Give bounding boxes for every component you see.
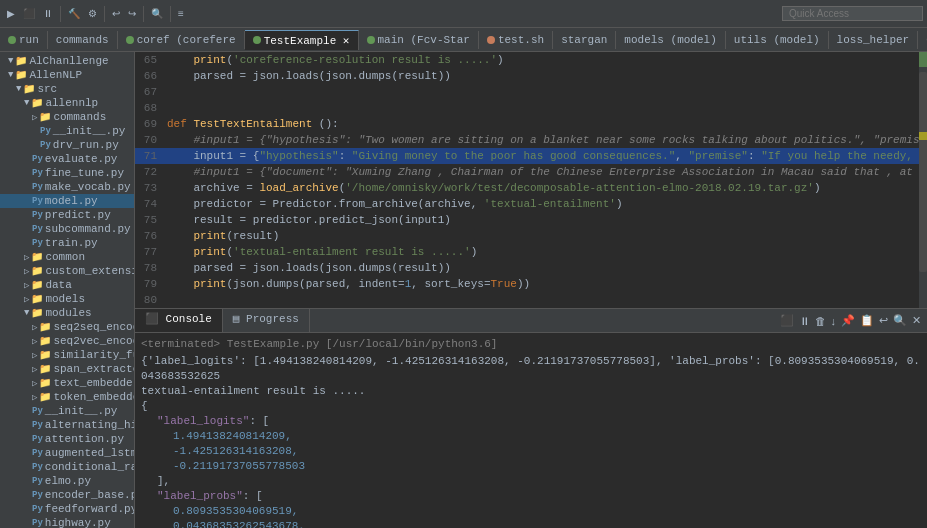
sidebar-item-init2[interactable]: Py __init__.py (0, 404, 134, 418)
sidebar-item-token-embed[interactable]: ▷ 📁 token_embedders (0, 390, 134, 404)
sidebar-item-alt-highway[interactable]: Py alternating_highway_lstm.p (0, 418, 134, 432)
scroll-marker-yellow (919, 132, 927, 140)
code-line-74: 74 predictor = Predictor.from_archive(ar… (135, 196, 919, 212)
arrow-icon: ▷ (32, 364, 37, 375)
line-number-66: 66 (135, 68, 163, 84)
sidebar-label-alchanllenge: AlChanllenge (29, 55, 108, 67)
sidebar-item-init-py[interactable]: Py __init__.py (0, 124, 134, 138)
toolbar-btn-redo[interactable]: ↪ (125, 6, 139, 21)
tab-loss-helper[interactable]: loss_helper (829, 31, 919, 49)
sidebar-item-allennlp[interactable]: ▼ 📁 AllenNLP (0, 68, 134, 82)
sidebar-item-model[interactable]: Py model.py (0, 194, 134, 208)
arrow-icon: ▼ (24, 98, 29, 108)
sidebar-label-allennlp: AllenNLP (29, 69, 82, 81)
sidebar-item-similarity[interactable]: ▷ 📁 similarity_functions (0, 348, 134, 362)
toolbar-btn-undo[interactable]: ↩ (109, 6, 123, 21)
py-icon: Py (32, 210, 43, 220)
panel-btn-pause[interactable]: ⏸ (797, 314, 812, 328)
toolbar-btn-menu[interactable]: ≡ (175, 6, 187, 21)
sidebar-item-seq2vec[interactable]: ▷ 📁 seq2vec_encoders (0, 334, 134, 348)
sidebar-label-seq2seq: seq2seq_encoders (53, 321, 134, 333)
panel-btn-pin[interactable]: 📌 (839, 313, 857, 328)
folder-icon: 📁 (31, 265, 43, 277)
sidebar-item-seq2seq[interactable]: ▷ 📁 seq2seq_encoders (0, 320, 134, 334)
tab-label-run: run (19, 34, 39, 46)
toolbar-btn-build[interactable]: 🔨 (65, 6, 83, 21)
folder-icon: 📁 (39, 111, 51, 123)
arrow-icon: ▷ (32, 350, 37, 361)
arrow-icon: ▼ (24, 308, 29, 318)
panel-tabs: ⬛ Console ▤ Progress ⬛ ⏸ 🗑 ↓ 📌 📋 ↩ 🔍 ✕ (135, 309, 927, 333)
line-number-73: 73 (135, 180, 163, 196)
toolbar-btn-run[interactable]: ▶ (4, 6, 18, 21)
sidebar-item-allennlp-pkg[interactable]: ▼ 📁 allennlp (0, 96, 134, 110)
tab-run[interactable]: run (0, 31, 48, 49)
panel-btn-scroll[interactable]: ↓ (829, 314, 839, 328)
toolbar-btn-search[interactable]: 🔍 (148, 6, 166, 21)
console-output[interactable]: <terminated> TestExample.py [/usr/local/… (135, 333, 927, 528)
tab-commands[interactable]: commands (48, 31, 118, 49)
sidebar-item-attention[interactable]: Py attention.py (0, 432, 134, 446)
panel-btn-clear[interactable]: 🗑 (813, 314, 828, 328)
sidebar-item-custom-ext[interactable]: ▷ 📁 custom_extensions (0, 264, 134, 278)
line-number-76: 76 (135, 228, 163, 244)
folder-icon: 📁 (39, 391, 51, 403)
code-line-67: 67 (135, 84, 919, 100)
editor-scrollbar[interactable] (919, 52, 927, 308)
quick-access-input[interactable] (782, 6, 923, 21)
scroll-indicator (919, 72, 927, 272)
code-editor[interactable]: 65 print('coreference-resolution result … (135, 52, 919, 308)
panel-btn-copy[interactable]: 📋 (858, 313, 876, 328)
panel-btn-close[interactable]: ✕ (910, 313, 923, 328)
sidebar-item-feedforward[interactable]: Py feedforward.py (0, 502, 134, 516)
tab-utils[interactable]: utils (model) (726, 31, 829, 49)
sidebar-item-drv-run[interactable]: Py drv_run.py (0, 138, 134, 152)
sidebar-item-elmo[interactable]: Py elmo.py (0, 474, 134, 488)
toolbar-btn-pause[interactable]: ⏸ (40, 6, 56, 21)
tab-coref[interactable]: coref (corefere (118, 31, 245, 49)
tab-stargan[interactable]: stargan (553, 31, 616, 49)
line-content-79: print(json.dumps(parsed, indent=1, sort_… (163, 276, 919, 292)
panel-tab-console[interactable]: ⬛ Console (135, 309, 223, 332)
console-line-2: textual-entailment result is ..... (141, 384, 921, 399)
sidebar-item-subcommand[interactable]: Py subcommand.py (0, 222, 134, 236)
sidebar-item-fine-tune[interactable]: Py fine_tune.py (0, 166, 134, 180)
panel-tab-progress[interactable]: ▤ Progress (223, 309, 310, 332)
sidebar-item-crf[interactable]: Py conditional_random_field.p (0, 460, 134, 474)
tab-main-fcv[interactable]: main (Fcv-Star (359, 31, 479, 49)
tab-testsh[interactable]: test.sh (479, 31, 553, 49)
sidebar-item-commands[interactable]: ▷ 📁 commands (0, 110, 134, 124)
sidebar-item-predict[interactable]: Py predict.py (0, 208, 134, 222)
console-line-6: -1.4251263141632​08, (141, 444, 921, 459)
sidebar-item-common[interactable]: ▷ 📁 common (0, 250, 134, 264)
sidebar-item-data[interactable]: ▷ 📁 data (0, 278, 134, 292)
sidebar-item-text-embed[interactable]: ▷ 📁 text_embedders (0, 376, 134, 390)
tab-models[interactable]: models (model) (616, 31, 725, 49)
sidebar-item-modules[interactable]: ▼ 📁 modules (0, 306, 134, 320)
panel-btn-wrap[interactable]: ↩ (877, 313, 890, 328)
tab-testexample[interactable]: TestExample ✕ (245, 30, 359, 50)
sidebar-item-evaluate[interactable]: Py evaluate.py (0, 152, 134, 166)
tab-icon-testsh (487, 36, 495, 44)
sidebar-item-highway[interactable]: Py highway.py (0, 516, 134, 528)
sidebar-item-make-vocab[interactable]: Py make_vocab.py (0, 180, 134, 194)
line-content-78: parsed = json.loads(json.dumps(result)) (163, 260, 919, 276)
panel-btn-terminate[interactable]: ⬛ (778, 313, 796, 328)
sidebar-tree: ▼ 📁 AlChanllenge ▼ 📁 AllenNLP ▼ 📁 src ▼ … (0, 52, 134, 528)
sidebar-item-alchanllenge[interactable]: ▼ 📁 AlChanllenge (0, 54, 134, 68)
code-line-71: 71 input1 = {"hypothesis": "Giving money… (135, 148, 919, 164)
tab-cpdefenums[interactable]: CpdefEnums (918, 31, 927, 49)
toolbar-btn-stop[interactable]: ⬛ (20, 6, 38, 21)
line-content-68 (163, 100, 919, 116)
sidebar-item-encoder-base[interactable]: Py encoder_base.py (0, 488, 134, 502)
panel-btn-filter[interactable]: 🔍 (891, 313, 909, 328)
sidebar-item-span[interactable]: ▷ 📁 span_extractors (0, 362, 134, 376)
sidebar-item-train[interactable]: Py train.py (0, 236, 134, 250)
sidebar-item-aug-lstm[interactable]: Py augmented_lstm.py (0, 446, 134, 460)
sidebar-item-models[interactable]: ▷ 📁 models (0, 292, 134, 306)
tab-label-coref: coref (corefere (137, 34, 236, 46)
sidebar-item-src[interactable]: ▼ 📁 src (0, 82, 134, 96)
code-line-79: 79 print(json.dumps(parsed, indent=1, so… (135, 276, 919, 292)
toolbar-btn-settings[interactable]: ⚙ (85, 6, 100, 21)
sidebar-label-highway: highway.py (45, 517, 111, 528)
